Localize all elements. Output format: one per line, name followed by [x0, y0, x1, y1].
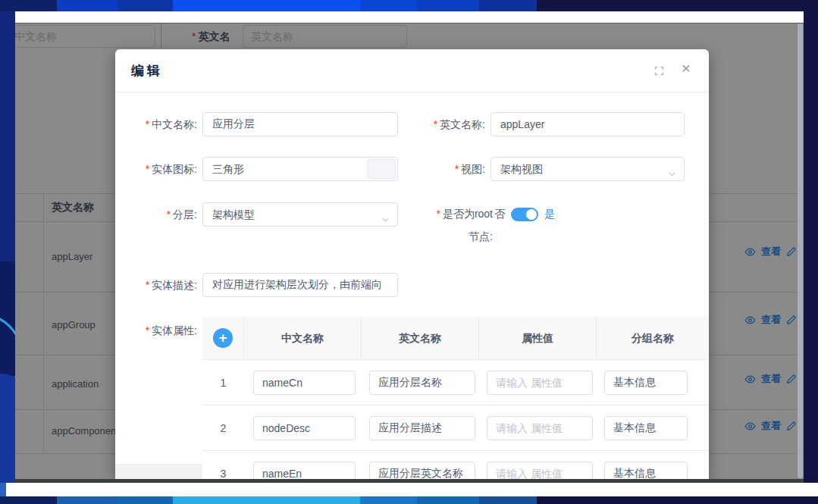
attr-header-value: 属性值 [479, 317, 597, 359]
name-cn-label: *中文名称: [115, 112, 197, 136]
bottom-white-strip [0, 483, 818, 496]
entity-icon-label: *实体图标: [115, 157, 197, 181]
attr-header-name-en: 英文名称 [362, 317, 479, 359]
attr-name-en-input[interactable] [369, 371, 475, 395]
attr-value-input[interactable] [487, 371, 593, 395]
attr-name-cn-input[interactable] [253, 371, 356, 395]
row-index: 1 [202, 360, 244, 405]
layer-select[interactable]: 架构模型 [202, 202, 398, 227]
attr-table-row: 2 [202, 405, 709, 451]
bottom-left-notch [0, 483, 6, 496]
attr-name-cn-input[interactable] [253, 416, 356, 440]
required-asterisk: * [455, 163, 459, 175]
required-asterisk: * [167, 208, 171, 221]
entity-attrs-table: + 中文名称 英文名称 属性值 分组名称 1 2 [202, 317, 709, 479]
entity-desc-label: *实体描述: [115, 273, 197, 297]
name-en-label: *英文名称: [417, 112, 485, 136]
required-asterisk: * [434, 118, 437, 130]
decorative-bottom-band [0, 496, 818, 504]
attr-group-input[interactable] [604, 371, 688, 395]
close-icon[interactable]: × [682, 60, 691, 76]
attr-group-input[interactable] [604, 462, 688, 479]
required-asterisk: * [146, 118, 149, 130]
root-toggle-switch[interactable] [511, 208, 538, 221]
attr-name-en-input[interactable] [369, 416, 475, 440]
attr-name-cn-input[interactable] [253, 462, 356, 479]
required-asterisk: * [146, 324, 149, 337]
attr-value-input[interactable] [487, 416, 593, 440]
entity-attrs-label: *实体属性: [115, 318, 197, 343]
page-scrollbar[interactable] [798, 23, 803, 478]
decorative-top-band [0, 0, 818, 11]
attr-value-input[interactable] [487, 462, 593, 479]
entity-desc-input[interactable] [202, 273, 398, 297]
required-asterisk: * [436, 208, 440, 220]
row-index: 2 [202, 405, 244, 450]
add-attribute-button[interactable]: + [213, 328, 233, 348]
decorative-left-band [0, 11, 15, 483]
layer-label: *分层: [115, 202, 197, 227]
toggle-on-label: 是 [544, 208, 555, 221]
fullscreen-icon[interactable] [653, 65, 665, 80]
required-asterisk: * [146, 163, 149, 175]
entity-icon-input[interactable]: 三角形 [202, 157, 398, 181]
attr-header-name-cn: 中文名称 [244, 317, 362, 359]
required-asterisk: * [146, 279, 149, 291]
name-en-input[interactable] [490, 112, 685, 136]
toggle-knob [526, 209, 537, 220]
attr-table-header: + 中文名称 英文名称 属性值 分组名称 [202, 317, 709, 360]
attr-table-row: 3 [202, 451, 709, 479]
chevron-down-icon [667, 164, 677, 186]
is-root-label: *是否为root节点: [435, 202, 493, 248]
view-select[interactable]: 架构视图 [490, 157, 685, 181]
screenshot-stage: *英文名 英文名称 appLayer appGroup application … [0, 0, 818, 504]
attr-name-en-input[interactable] [369, 462, 475, 479]
chevron-down-icon [381, 209, 390, 232]
toggle-off-label: 否 [494, 208, 505, 221]
attr-group-input[interactable] [604, 416, 688, 440]
row-index: 3 [202, 451, 244, 479]
icon-picker-button[interactable] [367, 159, 396, 179]
decorative-right-band [804, 11, 818, 483]
edit-modal: 编辑 × *中文名称: *英文名称: *实体图标: 三角形 *视图: [115, 49, 709, 479]
attr-table-row: 1 [202, 360, 709, 405]
name-cn-input[interactable] [202, 112, 398, 136]
decorative-circle [0, 374, 15, 483]
root-toggle-group: 否 是 [494, 202, 555, 227]
view-label: *视图: [417, 157, 485, 181]
modal-header: 编辑 × [115, 49, 709, 92]
attr-header-group: 分组名称 [597, 317, 709, 359]
modal-title: 编辑 [131, 62, 163, 80]
